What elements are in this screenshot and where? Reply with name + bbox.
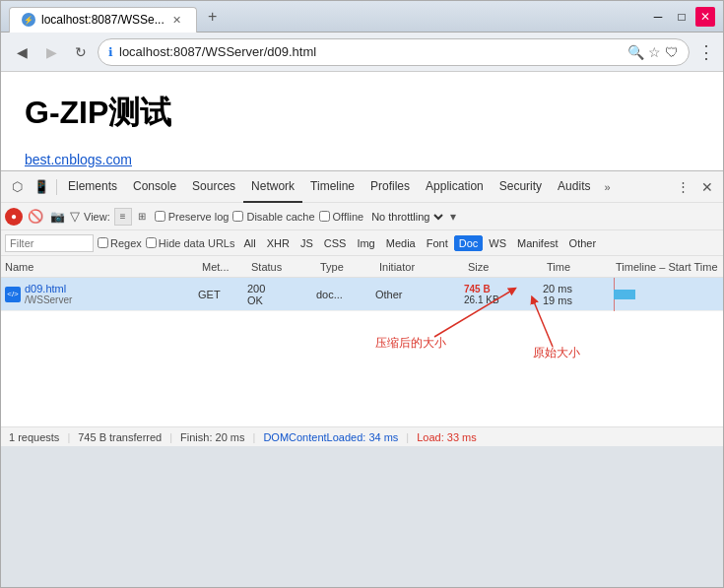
devtools-inspect-button[interactable]: ⬡	[5, 175, 29, 199]
secure-icon: ℹ	[108, 45, 113, 59]
search-icon[interactable]: 🔍	[627, 44, 644, 60]
filter-ws[interactable]: WS	[484, 235, 511, 251]
svg-text:压缩后的大小: 压缩后的大小	[375, 336, 446, 350]
tab-title: localhost:8087/WSSe...	[41, 13, 165, 27]
filter-xhr[interactable]: XHR	[262, 235, 295, 251]
devtools-tabs: Elements Console Sources Network Timelin…	[60, 171, 670, 203]
more-tabs-button[interactable]: »	[598, 181, 616, 193]
filter-font[interactable]: Font	[422, 235, 453, 251]
tab-elements[interactable]: Elements	[60, 171, 125, 203]
tab-audits[interactable]: Audits	[550, 171, 598, 203]
tab-console[interactable]: Console	[125, 171, 184, 203]
record-button[interactable]: ●	[5, 208, 23, 226]
forward-button[interactable]: ▶	[38, 39, 64, 65]
view-label: View:	[84, 211, 110, 223]
regex-checkbox[interactable]: Regex	[98, 237, 142, 249]
timeline-bar-container	[612, 278, 723, 311]
new-tab-button[interactable]: +	[201, 5, 225, 29]
stack-view-button[interactable]: ⊞	[133, 208, 151, 226]
clear-button[interactable]: 🚫	[27, 208, 44, 226]
table-header: Name Met... Status Type Initiator Size T…	[1, 256, 723, 278]
filter-media[interactable]: Media	[381, 235, 421, 251]
size-original: 26.1 KB	[464, 294, 499, 305]
filter-doc[interactable]: Doc	[454, 235, 484, 251]
time-primary: 20 ms	[543, 283, 572, 294]
col-timeline-header: Timeline – Start Time	[616, 261, 719, 273]
col-status-header: Status	[251, 261, 320, 273]
offline-checkbox[interactable]: Offline	[319, 211, 364, 223]
col-method-header: Met...	[202, 261, 251, 273]
window-controls: ─ □ ✕	[648, 7, 715, 27]
filter-css[interactable]: CSS	[319, 235, 352, 251]
tab-timeline[interactable]: Timeline	[302, 171, 362, 203]
url-actions: 🔍 ☆ 🛡	[627, 44, 679, 60]
minimize-button[interactable]: ─	[648, 7, 668, 27]
table-row[interactable]: </> d09.html /WSServer GET 200 OK doc...	[1, 278, 723, 311]
close-button[interactable]: ✕	[695, 7, 715, 27]
camera-button[interactable]: 📷	[48, 208, 66, 226]
tab-close-button[interactable]: ✕	[170, 13, 184, 27]
filter-img[interactable]: Img	[352, 235, 379, 251]
type-filter-buttons: All XHR JS CSS Img Media Font Doc WS Man…	[238, 235, 601, 251]
timeline-bar	[614, 290, 635, 299]
col-type-header: Type	[320, 261, 379, 273]
devtools-settings-button[interactable]: ⋮	[671, 175, 694, 199]
hide-data-urls-checkbox[interactable]: Hide data URLs	[146, 237, 235, 249]
maximize-button[interactable]: □	[672, 7, 691, 27]
back-button[interactable]: ◀	[9, 39, 34, 65]
filter-manifest[interactable]: Manifest	[512, 235, 563, 251]
address-bar: ◀ ▶ ↻ ℹ localhost:8087/WSServer/d09.html…	[1, 33, 723, 72]
cell-name: </> d09.html /WSServer	[1, 278, 198, 310]
file-icon: </>	[5, 287, 21, 302]
tab-network[interactable]: Network	[243, 171, 302, 203]
col-initiator-header: Initiator	[379, 261, 468, 273]
toolbar-separator	[56, 179, 57, 195]
finish-time: Finish: 20 ms	[180, 431, 244, 443]
network-table: Name Met... Status Type Initiator Size T…	[1, 256, 723, 426]
url-bar[interactable]: ℹ localhost:8087/WSServer/d09.html 🔍 ☆ 🛡	[98, 38, 690, 66]
throttle-select[interactable]: No throttling	[367, 210, 446, 224]
bookmark-icon[interactable]: ☆	[648, 44, 661, 60]
disable-cache-checkbox[interactable]: Disable cache	[232, 211, 314, 223]
throttle-chevron-icon: ▾	[450, 210, 456, 224]
cell-type: doc...	[316, 278, 375, 310]
devtools-device-button[interactable]: 📱	[30, 175, 53, 199]
status-text: OK	[247, 294, 263, 306]
cell-initiator: Other	[375, 278, 464, 310]
dom-content-loaded-time: DOMContentLoaded: 34 ms	[263, 431, 398, 443]
browser-window: ⚡ localhost:8087/WSSe... ✕ + ─ □ ✕ ◀ ▶ ↻…	[0, 0, 724, 588]
filter-other[interactable]: Other	[564, 235, 602, 251]
browser-menu-button[interactable]: ⋮	[697, 41, 715, 63]
list-view-button[interactable]: ≡	[114, 208, 132, 226]
filename-primary: d09.html	[25, 283, 72, 294]
devtools-panel: ⬡ 📱 Elements Console Sources Network Tim…	[1, 170, 723, 446]
tab-security[interactable]: Security	[492, 171, 550, 203]
cell-status: 200 OK	[247, 278, 316, 310]
devtools-close-button[interactable]: ✕	[695, 175, 719, 199]
preserve-log-checkbox[interactable]: Preserve log	[155, 211, 230, 223]
reload-button[interactable]: ↻	[68, 39, 94, 65]
size-compressed: 745 B	[464, 284, 491, 294]
cell-method: GET	[198, 278, 247, 310]
filter-toggle-button[interactable]: ▽	[70, 209, 80, 224]
status-code: 200	[247, 283, 265, 294]
filter-js[interactable]: JS	[296, 235, 318, 251]
url-text: localhost:8087/WSServer/d09.html	[119, 44, 622, 59]
filter-all[interactable]: All	[238, 235, 260, 251]
time-secondary: 19 ms	[543, 294, 572, 306]
shield-icon: 🛡	[665, 44, 679, 60]
devtools-tab-bar: ⬡ 📱 Elements Console Sources Network Tim…	[1, 171, 723, 203]
col-size-header: Size	[468, 261, 547, 273]
tab-application[interactable]: Application	[418, 171, 492, 203]
tab-sources[interactable]: Sources	[184, 171, 243, 203]
tab-favicon: ⚡	[22, 13, 35, 27]
title-bar: ⚡ localhost:8087/WSSe... ✕ + ─ □ ✕	[1, 1, 723, 33]
page-title: G-ZIP测试	[25, 92, 699, 135]
page-link[interactable]: best.cnblogs.com	[25, 152, 132, 167]
status-bar: 1 requests | 745 B transferred | Finish:…	[1, 426, 723, 446]
browser-tab[interactable]: ⚡ localhost:8087/WSSe... ✕	[9, 7, 197, 33]
transferred-size: 745 B transferred	[78, 431, 162, 443]
filter-input[interactable]	[5, 234, 94, 252]
col-name-header: Name	[5, 261, 202, 273]
tab-profiles[interactable]: Profiles	[362, 171, 418, 203]
